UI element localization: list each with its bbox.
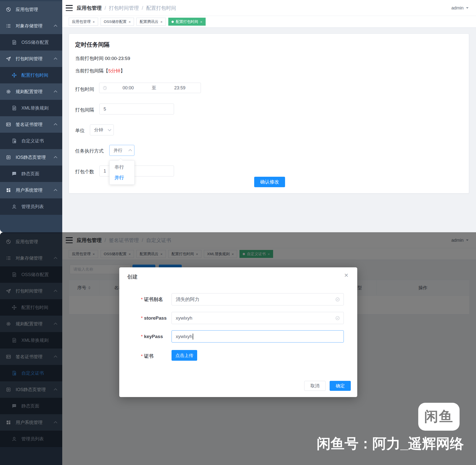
required-asterisk: * [141, 353, 143, 359]
create-dialog: 创建 × *证书别名消失的阿力*storePassxywlxyh*keyPass… [119, 267, 357, 397]
pack-time-label: 打包时间 [75, 86, 94, 93]
cancel-button[interactable]: 取消 [304, 381, 326, 391]
breadcrumb-item[interactable]: 打包时间管理 [109, 5, 139, 11]
sidebar-item-label: 管理员列表 [21, 204, 44, 210]
screenshot-top: 应用包管理对象存储管理OSS储存配置打包时间管理配置打包时间规则配置管理XML替… [0, 0, 476, 232]
ok-button[interactable]: 确定 [330, 381, 351, 391]
sidebar-item-certificate[interactable]: 自定义证书 [0, 133, 62, 149]
current-interval-text: 当前打包间隔【5分钟】 [75, 68, 125, 74]
close-icon[interactable]: × [160, 20, 163, 24]
sidebar-item-gear[interactable]: 规则配置管理 [0, 83, 62, 100]
time-end-value[interactable]: 23:59 [159, 85, 201, 91]
app-package-icon [6, 7, 11, 12]
sidebar-item-user[interactable]: 管理员列表 [0, 198, 62, 215]
chevron-up-icon [54, 156, 57, 160]
comment-icon [11, 171, 17, 176]
pack-count-label: 打包个数 [75, 169, 94, 175]
hamburger-icon[interactable] [66, 5, 73, 11]
sidebar-item-label: 打包时间管理 [16, 56, 43, 62]
list-icon [6, 23, 11, 29]
breadcrumb-item[interactable]: 应用包管理 [77, 5, 102, 11]
certificate-icon [11, 138, 17, 144]
close-icon[interactable]: × [344, 272, 348, 279]
field-label: *keyPass [141, 330, 163, 343]
sidebar-item-label: 静态页面 [21, 171, 39, 177]
field-input[interactable]: 消失的阿力 [172, 293, 344, 305]
user-menu[interactable]: admin [451, 0, 469, 16]
grid-icon [6, 187, 11, 193]
tag-view-tab[interactable]: 配置打包时间× [168, 18, 206, 26]
tab-label: 应用包管理 [72, 19, 91, 24]
required-asterisk: * [141, 334, 143, 339]
time-start-value[interactable]: 00:00 [107, 85, 149, 91]
chevron-up-icon [54, 25, 57, 28]
field-input[interactable]: xywlxyh [172, 330, 344, 343]
pack-interval-input[interactable]: 5 [99, 104, 174, 115]
tab-label: 配置腾讯云 [140, 19, 158, 24]
tag-view-tab[interactable]: 应用包管理× [69, 18, 98, 26]
sidebar-item-label: 对象存储管理 [16, 23, 43, 29]
sidebar-item-document[interactable]: OSS储存配置 [0, 34, 62, 51]
current-pack-time-text: 当前打包时间 00:00-23:59 [75, 55, 130, 62]
field-input[interactable]: xywlxyh [172, 312, 344, 324]
schedule-panel: 定时任务间隔 当前打包时间 00:00-23:59 当前打包间隔【5分钟】 打包… [69, 34, 469, 193]
field-value: xywlxyh [176, 315, 192, 321]
screenshot-bottom: 应用包管理对象存储管理OSS储存配置打包时间管理配置打包时间规则配置管理XML替… [0, 232, 476, 465]
sidebar-item-label: OSS储存配置 [21, 39, 49, 45]
sidebar-item-list[interactable]: 对象存储管理 [0, 18, 62, 34]
confirm-modify-button[interactable]: 确认修改 [254, 177, 285, 187]
exec-mode-dropdown: 串行并行 [109, 160, 135, 185]
upload-button[interactable]: 点击上传 [172, 350, 197, 361]
sidebar-item-app-package[interactable]: 应用包管理 [0, 1, 62, 18]
clock-icon [103, 86, 107, 90]
sidebar-item-archive[interactable]: IOS静态页管理 [0, 149, 62, 166]
time-range-separator: 至 [149, 85, 159, 91]
sidebar-item-id-card[interactable]: 签名证书管理 [0, 116, 62, 133]
move-icon [11, 72, 17, 78]
sidebar-item-grid[interactable]: 用户系统管理 [0, 182, 62, 198]
field-label: *storePass [141, 312, 167, 324]
tab-label: OSS储存配置 [104, 19, 127, 24]
dropdown-option[interactable]: 串行 [110, 162, 134, 173]
dropdown-option[interactable]: 并行 [110, 173, 134, 183]
watermark-text: 闲鱼号：阿力_遥辉网络 [317, 434, 464, 453]
tab-label: 配置打包时间 [176, 19, 198, 24]
xianyu-logo: 闲鱼 [418, 403, 460, 431]
sidebar-item-label: 应用包管理 [16, 6, 38, 12]
archive-icon [6, 155, 11, 160]
field-label: *证书 [141, 350, 153, 362]
sidebar-item-label: 规则配置管理 [16, 89, 43, 95]
sidebar-item-label: 用户系统管理 [16, 187, 43, 193]
check-circle-icon [335, 297, 340, 302]
breadcrumb-item[interactable]: 配置打包时间 [146, 5, 176, 11]
sidebar-item-label: XML替换规则 [21, 105, 49, 111]
tag-view-tab[interactable]: 配置腾讯云× [136, 18, 166, 26]
sidebar-item-label: 配置打包时间 [21, 72, 48, 78]
exec-mode-select[interactable]: 并行 [109, 145, 134, 156]
unit-select[interactable]: 分钟 [90, 124, 114, 135]
interval-highlight: 5分钟 [108, 68, 120, 73]
chevron-up-icon [128, 149, 132, 153]
time-range-picker[interactable]: 00:00 至 23:59 [99, 83, 201, 93]
close-icon[interactable]: × [128, 20, 131, 24]
pack-interval-label: 打包间隔 [75, 107, 94, 113]
sidebar-item-label: 签名证书管理 [16, 121, 43, 127]
stage: 应用包管理对象存储管理OSS储存配置打包时间管理配置打包时间规则配置管理XML替… [0, 0, 476, 465]
sidebar-item-send[interactable]: 打包时间管理 [0, 51, 62, 67]
sidebar-item-comment[interactable]: 静态页面 [0, 166, 62, 182]
gear-icon [6, 89, 11, 94]
sidebar-item-move[interactable]: 配置打包时间 [0, 67, 62, 83]
sidebar-item-document[interactable]: XML替换规则 [0, 100, 62, 116]
dialog-title: 创建 [127, 273, 138, 280]
send-icon [6, 56, 11, 61]
close-icon[interactable]: × [93, 20, 95, 24]
check-circle-icon [335, 316, 340, 321]
required-asterisk: * [141, 297, 143, 302]
header: 应用包管理/打包时间管理/配置打包时间 admin [62, 0, 476, 16]
tag-view-tab[interactable]: OSS储存配置× [101, 18, 134, 26]
sidebar-item-label: 自定义证书 [21, 138, 44, 144]
field-value: 消失的阿力 [176, 296, 199, 303]
sidebar-item-label: IOS静态页管理 [16, 154, 46, 160]
close-icon[interactable]: × [200, 20, 202, 24]
panel-title: 定时任务间隔 [75, 41, 110, 49]
